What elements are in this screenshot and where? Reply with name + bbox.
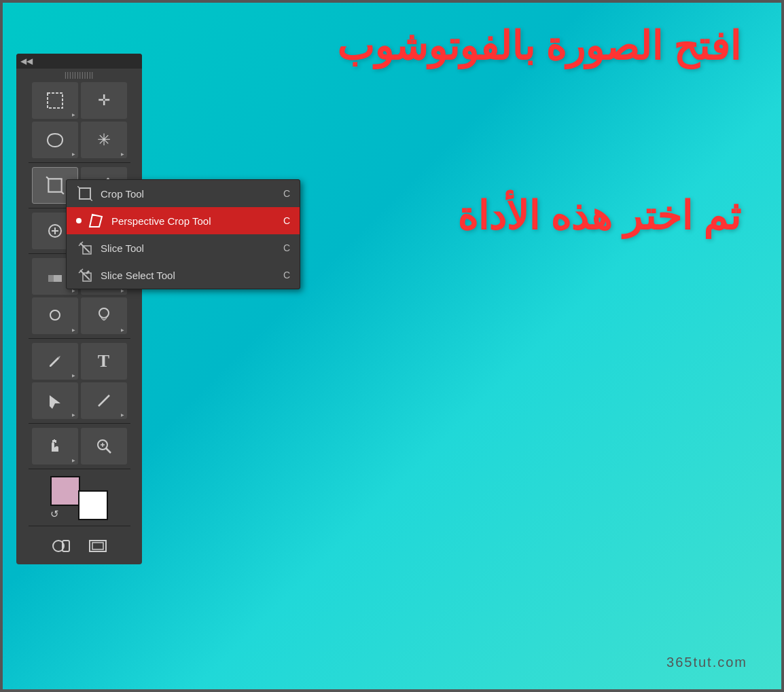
arabic-subtitle: ثم اختر هذه الأداة: [457, 193, 741, 239]
magic-wand-button[interactable]: ✳: [81, 122, 127, 158]
svg-line-2: [46, 177, 48, 179]
tool-row-2: ✳: [16, 122, 142, 158]
color-swatches: ↺: [50, 476, 108, 520]
tool-row-9: [16, 428, 142, 465]
tool-row-8: [16, 382, 142, 419]
collapse-arrows-icon[interactable]: ◀◀: [20, 56, 33, 66]
lasso-tool-button[interactable]: [32, 122, 78, 158]
quick-mask-button[interactable]: [46, 534, 76, 558]
crop-tool-shortcut: C: [283, 188, 290, 199]
zoom-button[interactable]: [81, 428, 127, 465]
reset-colors-icon[interactable]: ↺: [50, 508, 59, 520]
svg-rect-25: [92, 543, 103, 549]
svg-line-28: [90, 199, 92, 201]
background-color[interactable]: [78, 490, 108, 520]
menu-item-perspective-crop[interactable]: Perspective Crop Tool C: [67, 207, 300, 234]
toolbar-grip: ||||||||||||: [16, 69, 142, 81]
svg-point-13: [99, 308, 109, 318]
photoshop-toolbar: ◀◀ |||||||||||| ✛ ✳: [16, 54, 142, 564]
svg-line-14: [99, 395, 109, 406]
move-icon: ✛: [98, 92, 110, 109]
menu-item-crop-tool[interactable]: Crop Tool C: [67, 180, 300, 207]
svg-rect-26: [79, 188, 90, 199]
separator-7: [29, 526, 130, 526]
active-indicator: [76, 218, 82, 223]
menu-item-slice-select[interactable]: Slice Select Tool C: [67, 261, 300, 289]
hand-button[interactable]: [32, 428, 78, 465]
slice-tool-shortcut: C: [283, 242, 290, 253]
smudge-button[interactable]: [81, 297, 127, 334]
svg-rect-1: [48, 179, 61, 192]
grip-dots: ||||||||||||: [65, 71, 94, 79]
magic-wand-icon: ✳: [97, 130, 111, 149]
line-button[interactable]: [81, 382, 127, 419]
dodge-button[interactable]: [32, 297, 78, 334]
slice-select-shortcut: C: [283, 270, 290, 280]
svg-line-19: [106, 448, 111, 453]
screen-mode-button[interactable]: [83, 534, 113, 558]
svg-rect-11: [54, 275, 62, 282]
slice-select-label: Slice Select Tool: [101, 270, 277, 281]
tool-row-1: ✛: [16, 82, 142, 119]
text-button[interactable]: T: [81, 343, 127, 380]
separator-4: [29, 338, 130, 339]
foreground-color[interactable]: [50, 476, 80, 506]
slice-tool-label: Slice Tool: [101, 242, 277, 254]
pen-button[interactable]: [32, 343, 78, 380]
arabic-title: افتح الصورة بالفوتوشوب: [337, 23, 741, 69]
svg-line-3: [61, 192, 63, 194]
crop-tool-icon: [76, 186, 94, 201]
slice-tool-icon: [76, 240, 94, 255]
svg-line-27: [77, 186, 79, 188]
perspective-crop-label: Perspective Crop Tool: [111, 215, 277, 227]
menu-item-slice-tool[interactable]: Slice Tool C: [67, 234, 300, 261]
main-container: افتح الصورة بالفوتوشوب ثم اختر هذه الأدا…: [0, 0, 784, 692]
tool-row-6: [16, 297, 142, 334]
svg-rect-0: [48, 93, 63, 108]
perspective-crop-shortcut: C: [283, 215, 290, 226]
separator-5: [29, 423, 130, 424]
toolbar-bottom: [16, 534, 142, 558]
toolbar-header: ◀◀: [16, 54, 142, 69]
context-menu: Crop Tool C Perspective Crop Tool C Slic…: [66, 179, 300, 289]
separator-6: [29, 469, 130, 469]
move-tool-button[interactable]: ✛: [81, 82, 127, 119]
marquee-tool-button[interactable]: [32, 82, 78, 119]
text-icon: T: [98, 351, 109, 371]
crop-tool-label: Crop Tool: [101, 188, 277, 200]
tool-row-7: T: [16, 343, 142, 380]
slice-select-icon: [76, 268, 94, 283]
perspective-crop-icon: [87, 213, 105, 228]
separator-1: [29, 162, 130, 163]
path-selection-button[interactable]: [32, 382, 78, 419]
watermark: 365tut.com: [666, 655, 747, 670]
